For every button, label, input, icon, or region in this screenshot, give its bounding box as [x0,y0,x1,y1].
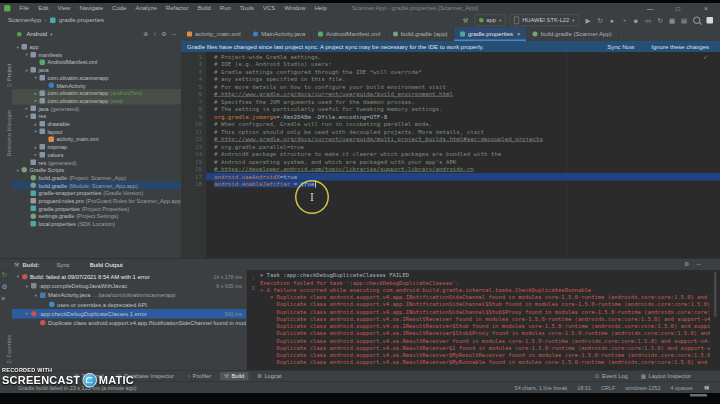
build-tab-sync[interactable]: Sync [56,261,69,268]
menu-item[interactable]: Edit [34,4,52,13]
minimize-button[interactable]: — [636,4,664,12]
maximize-button[interactable]: □ [664,4,692,12]
soft-wrap-icon[interactable]: ≡ [252,284,256,291]
tree-item[interactable]: ▸ java (generated) [12,105,181,113]
tree-item[interactable]: ▸ values [12,151,181,159]
tool-tab-resource-manager[interactable]: Resource Manager [0,101,12,165]
editor-tab[interactable]: AndroidManifest.xml × [312,27,387,41]
sdk-manager-icon[interactable]: ▦ [667,16,677,24]
build-tree-item[interactable]: ▾ MainActivity.java …/java/com/olivatim/… [12,291,246,300]
notifications-icon[interactable] [707,17,714,24]
file-encoding[interactable]: windows-1252 [625,385,660,391]
tree-item[interactable]: gradle.properties (Project Properties) [12,205,181,213]
tree-chevron-icon[interactable]: ▸ [33,152,39,157]
menu-item[interactable]: VCS [259,4,279,13]
gradle-wrench-icon[interactable]: ⚒ [460,16,470,24]
debug-icon[interactable]: ● [607,16,617,24]
build-tab-output[interactable]: Build Output [90,261,123,268]
build-tree-item[interactable]: ▸ :app:checkDebugDuplicateClasses 1 erro… [12,309,246,318]
profile-icon[interactable]: ◔ [619,16,629,24]
logcat-button[interactable]: ≣ Logcat [253,372,285,381]
editor-line[interactable]: 5 # For more details on how to configure… [181,83,720,91]
avd-manager-icon[interactable]: ▭ [643,16,653,24]
tree-item[interactable]: settings.gradle (Project Settings) [12,212,181,220]
selection-info[interactable]: 54 chars, 1 line break [515,385,568,391]
menu-item[interactable]: Refactor [162,4,193,13]
menu-item[interactable]: Run [216,4,235,13]
console-hide-icon[interactable]: ─ [696,260,700,267]
editor-tab[interactable]: build.gradle (Scanner App) × [527,27,619,41]
sync-project-icon[interactable]: ↻ [655,16,665,24]
tree-item[interactable]: local.properties (SDK Location) [12,220,181,228]
build-tree-item[interactable]: Duplicate class android.support.v4.app.I… [12,318,246,327]
scroll-to-end-icon[interactable]: ↓ [252,273,255,280]
panel-settings-icon[interactable]: ⚙ [161,31,166,38]
tree-item[interactable]: ▸ drawable [12,120,181,128]
tree-item[interactable]: ▾ manifests [12,51,181,59]
structure-icon[interactable]: ▤ [679,16,689,24]
tool-tab-favorites[interactable]: 2: Favorites [0,328,12,370]
tree-item[interactable]: ▾ app [12,43,181,51]
tree-item[interactable]: ▸ mipmap [12,143,181,151]
breadcrumb-file[interactable]: gradle.properties [59,17,104,24]
editor-tab[interactable]: MainActivity.java × [247,27,312,41]
editor-tab[interactable]: build.gradle (app) × [387,27,454,41]
editor-line[interactable]: 13 # org.gradle.parallel=true [181,143,720,151]
tree-chevron-icon[interactable]: ▾ [15,167,21,172]
editor-line[interactable]: 16 # https://developer.android.com/topic… [181,166,720,174]
profiler-button[interactable]: ◔ Profiler [183,372,215,381]
editor-line[interactable]: 9 org.gradle.jvmargs=-Xmx2048m -Dfile.en… [181,113,720,121]
indent-config[interactable]: 4 spaces [670,385,692,391]
editor-line[interactable]: 17 android.useAndroidX=true [181,173,720,181]
tree-chevron-icon[interactable]: ▸ [33,98,39,103]
editor-line[interactable]: 14 # AndroidX package structure to make … [181,151,720,159]
tree-chevron-icon[interactable]: ▾ [15,274,21,279]
menu-item[interactable]: Navigate [75,4,107,13]
tree-item[interactable]: proguard-rules.pro (ProGuard Rules for S… [12,197,181,205]
device-dropdown[interactable]: HUAWEI STK-L22 ▾ [510,14,579,26]
sync-now-link[interactable]: Sync Now [607,43,634,50]
tree-chevron-icon[interactable]: ▸ [24,106,30,111]
editor-line[interactable]: 10 # When configured, Gradle will run in… [181,121,720,129]
tree-item[interactable]: activity_main.xml [12,135,181,143]
tree-item[interactable]: gradle-wrapper.properties (Gradle Versio… [12,189,181,197]
tree-chevron-icon[interactable]: ▸ [33,144,39,149]
tree-chevron-icon[interactable]: ▾ [24,114,30,119]
build-settings-icon[interactable]: ⚙ [2,283,8,291]
menu-item[interactable]: Analyze [131,4,160,13]
tree-item[interactable]: res (generated) [12,158,181,166]
tree-chevron-icon[interactable]: ▾ [24,67,30,72]
layout-inspector-button[interactable]: ▦ Layout Inspector [637,372,695,381]
tree-item[interactable]: AndroidManifest.xml [12,58,181,66]
tree-item[interactable]: ▾ Gradle Scripts [12,166,181,174]
editor-line[interactable]: 12 # http://www.gradle.org/docs/current/… [181,136,720,144]
tree-item[interactable]: ▸ com.olivatim.scannerapp (androidTest) [12,89,181,97]
tree-chevron-icon[interactable]: ▸ [24,311,30,316]
editor-line[interactable]: 4 # any settings specified in this file. [181,76,720,84]
tool-tab-project[interactable]: 1: Project [0,56,12,95]
editor-tab[interactable]: gradle.properties × [454,27,527,41]
tree-item[interactable]: MainActivity [12,81,181,89]
editor-line[interactable]: 2 # IDE (e.g. Android Studio) users: [181,61,720,69]
close-tab-icon[interactable]: × [517,31,520,37]
tree-item[interactable]: ▾ layout [12,128,181,136]
editor-line[interactable]: 7 # Specifies the JVM arguments used for… [181,98,720,106]
build-tree-item[interactable]: ▾ :app:compileDebugJavaWithJavac 6 s 935… [12,281,246,290]
menu-item[interactable]: Help [311,4,331,13]
apply-changes-icon[interactable]: ↻ [595,16,605,24]
restart-build-icon[interactable]: ↻ [2,271,7,279]
close-button[interactable]: × [692,4,720,12]
editor-line[interactable]: 3 # Gradle settings configured through t… [181,68,720,76]
run-configuration-dropdown[interactable]: app ▾ [474,14,505,26]
breadcrumb-project[interactable]: ScannerApp [8,17,41,24]
run-icon[interactable]: ▶ [583,16,593,24]
locate-file-icon[interactable]: ⊕ [143,31,148,38]
tree-item[interactable]: build.gradle (Project: Scanner_App) [12,174,181,182]
caret-position[interactable]: 18:31 [577,385,591,391]
menu-item[interactable]: Code [108,4,130,13]
tree-chevron-icon[interactable]: ▾ [33,75,39,80]
tree-item[interactable]: ▸ com.olivatim.scannerapp (test) [12,97,181,105]
editor-line[interactable]: 15 # Android operating system, and which… [181,158,720,166]
build-tree-item[interactable]: uses or overrides a deprecated API. [12,300,246,309]
editor-tab[interactable]: activity_main.xml × [181,27,247,41]
